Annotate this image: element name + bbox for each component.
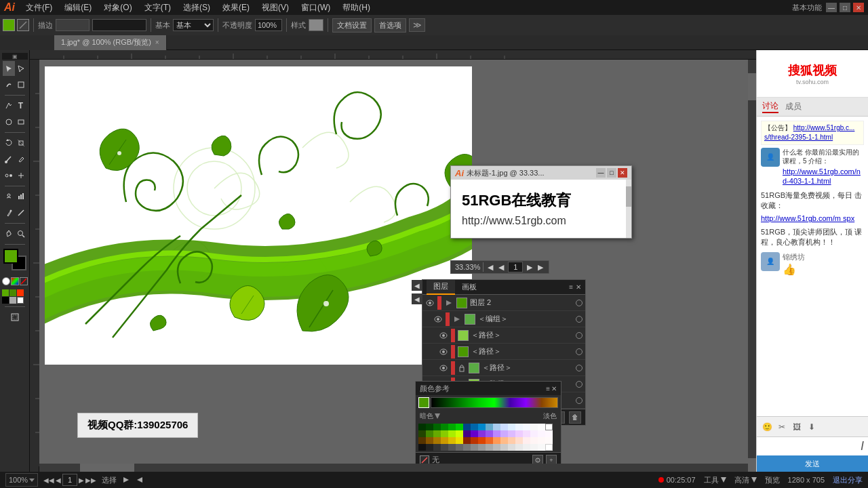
menu-effect[interactable]: 效果(E) — [217, 1, 255, 15]
chat-send-button[interactable]: 发送 — [757, 455, 868, 472]
nav-back-btn[interactable] — [136, 476, 144, 484]
swatch-cell[interactable] — [448, 430, 456, 437]
swatch-cell[interactable] — [478, 430, 486, 437]
artboard-tool-button[interactable] — [3, 310, 27, 325]
swatch-cell[interactable] — [478, 437, 486, 444]
mini-swatch-3[interactable] — [17, 289, 24, 296]
layer-expand-arrow-group[interactable] — [452, 314, 462, 324]
swatch-cell[interactable] — [500, 444, 508, 451]
next-btn[interactable]: ▶ — [79, 476, 84, 484]
hand-tool-button[interactable] — [3, 226, 15, 241]
symbol-tool-button[interactable] — [3, 189, 15, 204]
swatch-cell[interactable] — [545, 424, 553, 430]
layer-eye-icon[interactable] — [439, 363, 448, 373]
swatch-cell[interactable] — [456, 424, 463, 430]
stroke-field[interactable] — [56, 19, 90, 31]
menu-select[interactable]: 选择(S) — [178, 1, 216, 15]
zoom-prev2-button[interactable]: ◀ — [497, 263, 505, 272]
eyedropper-tool-button[interactable] — [3, 205, 15, 220]
swatch-cell[interactable] — [463, 424, 471, 430]
artboard-tab[interactable]: 画板 — [455, 280, 484, 295]
tools-selector[interactable]: 工具 — [704, 475, 726, 485]
selection-tool-button[interactable] — [3, 61, 15, 76]
swatch-cell[interactable] — [523, 424, 530, 430]
menu-type[interactable]: 文字(T) — [139, 1, 176, 15]
opacity-input[interactable]: 100% — [255, 19, 282, 31]
more-options-button[interactable]: ≫ — [409, 18, 425, 32]
free-transform-button[interactable] — [15, 77, 27, 92]
direct-selection-tool-button[interactable] — [15, 61, 27, 76]
swatch-cell[interactable] — [530, 437, 538, 444]
gradient-fill-button[interactable] — [11, 277, 19, 285]
swatch-cell[interactable] — [523, 437, 530, 444]
none-button[interactable] — [20, 277, 28, 285]
swatch-cell[interactable] — [456, 437, 463, 444]
graph-tool-button[interactable] — [15, 189, 27, 204]
promo-link-spx[interactable]: http://www.51rgb.com/m spx — [761, 214, 854, 222]
layer-eye-icon[interactable] — [433, 314, 443, 324]
swatch-cell[interactable] — [486, 437, 493, 444]
scale-tool-button[interactable] — [15, 136, 27, 150]
menu-view[interactable]: 视图(V) — [256, 1, 294, 15]
canvas-scrollbar-thumb-v[interactable] — [748, 73, 756, 100]
menu-object[interactable]: 对象(O) — [98, 1, 137, 15]
measure-tool-button[interactable] — [15, 205, 27, 220]
swatch-cell[interactable] — [463, 437, 471, 444]
swatch-cell[interactable] — [515, 430, 523, 437]
layer-row-path3[interactable]: ＜路径＞ — [422, 360, 585, 376]
document-tab[interactable]: 1.jpg* @ 100% (RGB/预览) × — [54, 35, 167, 50]
swatch-cell[interactable] — [493, 424, 500, 430]
swatch-cell[interactable] — [433, 424, 441, 430]
page-number-input[interactable] — [62, 474, 77, 486]
menu-window[interactable]: 窗口(W) — [296, 1, 336, 15]
fill-none-icon[interactable] — [17, 19, 29, 31]
info-popup-scrollbar[interactable] — [626, 180, 631, 238]
fill-swatch[interactable] — [3, 249, 18, 264]
swatch-cell[interactable] — [500, 430, 508, 437]
swatch-cell[interactable] — [486, 424, 493, 430]
chat-image-button[interactable]: 🖼 — [791, 421, 803, 433]
swatch-cell[interactable] — [538, 424, 545, 430]
swatch-cell[interactable] — [523, 444, 530, 451]
prev-btn[interactable]: ◀ — [56, 476, 61, 484]
swatch-cell[interactable] — [538, 437, 545, 444]
layer-row-layer2[interactable]: 图层 2 — [422, 295, 585, 311]
swatch-cell[interactable] — [538, 444, 545, 451]
chat-scissors-button[interactable]: ✂ — [776, 421, 788, 433]
menu-help[interactable]: 帮助(H) — [337, 1, 376, 15]
ellipse-tool-button[interactable] — [3, 115, 15, 129]
layer-expand-arrow[interactable] — [444, 298, 454, 308]
swatch-cell[interactable] — [478, 424, 486, 430]
info-popup-maximize[interactable]: □ — [607, 168, 616, 178]
stroke-value[interactable] — [92, 19, 146, 31]
color-swatches-close[interactable]: ✕ — [551, 385, 557, 392]
swatch-cell[interactable] — [515, 424, 523, 430]
swatch-cell[interactable] — [441, 437, 448, 444]
swatch-cell[interactable] — [515, 444, 523, 451]
chat-download-button[interactable]: ⬇ — [806, 421, 818, 433]
swatch-cell[interactable] — [471, 437, 478, 444]
layers-collapse-button[interactable]: ◀ — [412, 280, 422, 291]
chat-tab-discuss[interactable]: 讨论 — [762, 100, 778, 113]
nav-forward-btn[interactable] — [122, 476, 130, 484]
swatch-cell[interactable] — [486, 444, 493, 451]
swatch-cell[interactable] — [471, 430, 478, 437]
menu-file[interactable]: 文件(F) — [20, 1, 58, 15]
exit-share-button[interactable]: 退出分享 — [833, 475, 863, 485]
swatch-cell[interactable] — [478, 444, 486, 451]
layers-tab[interactable]: 图层 — [427, 280, 455, 295]
layer-eye-icon[interactable] — [439, 347, 448, 357]
color-swatches-more[interactable]: ≡ — [546, 385, 550, 392]
preview-label[interactable]: 预览 — [765, 475, 780, 485]
swatch-cell[interactable] — [530, 424, 538, 430]
page-input[interactable] — [508, 262, 523, 272]
prev-page-btn[interactable]: ◀◀ — [43, 476, 54, 484]
swatch-cell[interactable] — [463, 444, 471, 451]
swatch-cell[interactable] — [530, 444, 538, 451]
mesh-tool-button[interactable] — [15, 168, 27, 183]
layer-row-path1[interactable]: ＜路径＞ — [422, 327, 585, 344]
minimize-button[interactable]: — — [826, 3, 837, 12]
layer-eye-icon[interactable] — [439, 331, 448, 340]
zoom-next-button[interactable]: ▶ — [526, 263, 534, 272]
menu-edit[interactable]: 编辑(E) — [59, 1, 97, 15]
